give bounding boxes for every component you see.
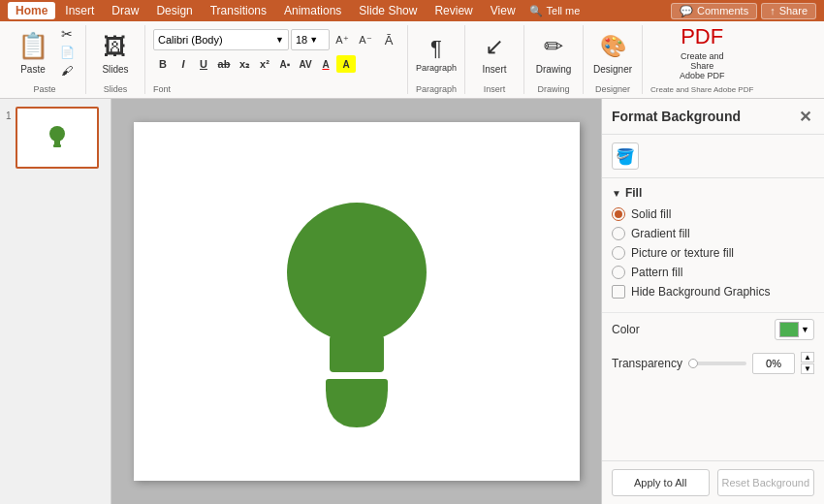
- cut-button[interactable]: ✂: [56, 25, 78, 42]
- transparency-down-button[interactable]: ▼: [801, 363, 814, 374]
- designer-group-label: Designer: [595, 82, 630, 94]
- panel-icon-row: 🪣: [602, 135, 824, 178]
- ribbon-group-drawing: ✏ Drawing Drawing: [528, 25, 584, 94]
- slides-group-label: Slides: [104, 82, 128, 94]
- create-share-pdf-button[interactable]: PDF Create and Share Adobe PDF: [673, 25, 731, 79]
- menu-draw[interactable]: Draw: [104, 2, 146, 19]
- color-row: Color ▼: [602, 312, 824, 346]
- close-panel-button[interactable]: ✕: [795, 107, 814, 126]
- font-size-dropdown-icon: ▼: [309, 35, 318, 45]
- color-dropdown-icon: ▼: [801, 325, 809, 334]
- hide-bg-graphics-option[interactable]: Hide Background Graphics: [612, 285, 814, 299]
- fill-label: Fill: [625, 186, 642, 200]
- gradient-fill-option[interactable]: Gradient fill: [612, 227, 814, 240]
- svg-rect-5: [326, 379, 388, 393]
- slide-1-thumbnail[interactable]: [16, 107, 99, 169]
- apply-to-all-button[interactable]: Apply to All: [612, 469, 710, 496]
- menu-view[interactable]: View: [483, 2, 523, 19]
- canvas-area: [111, 99, 601, 504]
- decrease-font-button[interactable]: A⁻: [355, 31, 376, 48]
- paste-button[interactable]: 📋 Paste: [12, 25, 54, 79]
- format-panel-header: Format Background ✕: [602, 99, 824, 135]
- pattern-fill-radio[interactable]: [612, 266, 625, 279]
- svg-rect-2: [53, 144, 61, 147]
- clear-format-button[interactable]: Ā: [378, 31, 399, 48]
- copy-button[interactable]: 📄: [56, 44, 78, 60]
- svg-rect-4: [330, 335, 384, 372]
- slide-canvas[interactable]: [134, 122, 580, 481]
- transparency-slider[interactable]: [688, 362, 746, 365]
- ribbon-group-slides: 🖼 Slides Slides: [90, 25, 145, 94]
- highlight-color-btn[interactable]: A: [336, 55, 356, 73]
- gradient-fill-radio[interactable]: [612, 227, 625, 240]
- font-color-btn[interactable]: A: [316, 55, 335, 73]
- menu-slideshow[interactable]: Slide Show: [351, 2, 425, 19]
- ribbon-group-paste: 📋 Paste ✂ 📄 🖌 Paste: [8, 25, 86, 94]
- text-shadow-button[interactable]: A▪: [275, 55, 295, 73]
- transparency-input[interactable]: 0%: [752, 353, 795, 374]
- picture-fill-label: Picture or texture fill: [631, 246, 734, 260]
- menu-animations[interactable]: Animations: [276, 2, 349, 19]
- paste-group-label: Paste: [33, 82, 55, 94]
- font-dropdown-icon: ▼: [275, 35, 284, 45]
- font-selector[interactable]: Calibri (Body) ▼: [153, 29, 289, 50]
- format-painter-button[interactable]: 🖌: [56, 63, 78, 79]
- picture-fill-radio[interactable]: [612, 246, 625, 260]
- menu-home[interactable]: Home: [8, 2, 55, 19]
- superscript-button[interactable]: x²: [255, 55, 274, 73]
- pattern-fill-option[interactable]: Pattern fill: [612, 266, 814, 279]
- drawing-icon: ✏: [538, 31, 569, 62]
- increase-font-button[interactable]: A⁺: [332, 31, 353, 48]
- new-slide-button[interactable]: 🖼 Slides: [94, 25, 137, 79]
- menu-bar: Home Insert Draw Design Transitions Anim…: [0, 0, 824, 21]
- tell-me-input[interactable]: Tell me: [547, 5, 581, 16]
- paragraph-button[interactable]: ¶ Paragraph: [419, 27, 454, 78]
- panel-footer: Apply to All Reset Background: [602, 460, 824, 504]
- format-panel-title: Format Background: [612, 109, 741, 124]
- ribbon-group-insert: ↙ Insert Insert: [469, 25, 524, 94]
- transparency-up-button[interactable]: ▲: [801, 352, 814, 362]
- format-background-panel: Format Background ✕ 🪣 ▼ Fill Solid fill: [601, 99, 824, 504]
- slide-1-wrapper: 1: [6, 107, 105, 169]
- font-group-label: Font: [153, 82, 171, 94]
- solid-fill-radio[interactable]: [612, 207, 625, 221]
- drawing-button[interactable]: ✏ Drawing: [532, 25, 575, 79]
- subscript-button[interactable]: x₂: [235, 55, 254, 73]
- menu-transitions[interactable]: Transitions: [203, 2, 274, 19]
- underline-button[interactable]: U: [194, 55, 213, 73]
- menu-right-actions: 💬 Comments ↑ Share: [671, 3, 816, 19]
- color-picker-button[interactable]: ▼: [775, 319, 814, 340]
- ribbon: 📋 Paste ✂ 📄 🖌 Paste 🖼 Slides Slides Cali…: [0, 21, 824, 99]
- strikethrough-button[interactable]: ab: [214, 55, 234, 73]
- transparency-row: Transparency 0% ▲ ▼: [602, 346, 824, 380]
- svg-point-3: [287, 203, 427, 342]
- color-swatch: [779, 322, 799, 337]
- comments-button[interactable]: 💬 Comments: [671, 3, 757, 19]
- fill-section: ▼ Fill Solid fill Gradient fill Picture …: [602, 178, 824, 312]
- solid-fill-option[interactable]: Solid fill: [612, 207, 814, 221]
- hide-bg-graphics-checkbox[interactable]: [612, 285, 625, 299]
- pattern-fill-label: Pattern fill: [631, 266, 682, 279]
- menu-design[interactable]: Design: [148, 2, 200, 19]
- paste-icon: 📋: [17, 31, 48, 62]
- ribbon-group-font: Calibri (Body) ▼ 18 ▼ A⁺ A⁻ Ā B I U ab x…: [149, 25, 408, 94]
- designer-button[interactable]: 🎨 Designer: [591, 25, 634, 79]
- fill-header[interactable]: ▼ Fill: [612, 186, 814, 200]
- share-button[interactable]: ↑ Share: [761, 3, 816, 19]
- ribbon-group-paragraph: ¶ Paragraph Paragraph: [412, 25, 465, 94]
- char-spacing-button[interactable]: AV: [296, 55, 315, 73]
- menu-insert[interactable]: Insert: [57, 2, 102, 19]
- thumb-bulb-icon: [46, 123, 69, 152]
- hide-bg-graphics-label: Hide Background Graphics: [631, 285, 770, 299]
- paint-bucket-button[interactable]: 🪣: [612, 142, 639, 170]
- insert-icon: ↙: [479, 31, 510, 62]
- picture-texture-fill-option[interactable]: Picture or texture fill: [612, 246, 814, 260]
- bold-button[interactable]: B: [153, 55, 173, 73]
- reset-background-button[interactable]: Reset Background: [717, 469, 815, 496]
- lightbulb-graphic: [260, 166, 454, 437]
- insert-button[interactable]: ↙ Insert: [473, 25, 516, 79]
- menu-review[interactable]: Review: [427, 2, 480, 19]
- font-size-selector[interactable]: 18 ▼: [291, 29, 330, 50]
- italic-button[interactable]: I: [174, 55, 193, 73]
- transparency-label: Transparency: [612, 357, 682, 370]
